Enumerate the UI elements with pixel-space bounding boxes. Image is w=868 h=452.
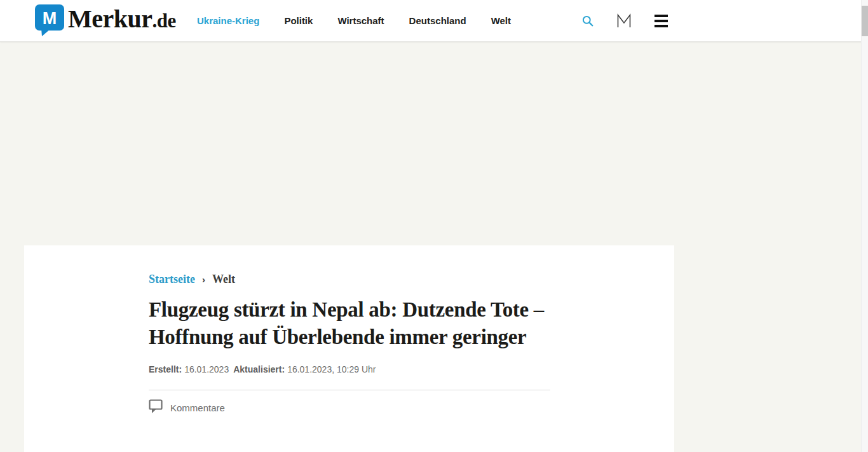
meta-created-value: 16.01.2023 [184,364,229,374]
article-card: Startseite › Welt Flugzeug stürzt in Nep… [24,245,674,452]
breadcrumb: Startseite › Welt [149,273,555,286]
breadcrumb-home-link[interactable]: Startseite [149,273,195,286]
breadcrumb-chevron-icon: › [202,274,205,285]
divider [149,390,550,390]
article-headline: Flugzeug stürzt in Nepal ab: Dutzende To… [149,296,555,351]
comments-label: Kommentare [170,402,225,413]
merkur-logo-icon: M [35,4,64,39]
site-header: M Merkur.de Ukraine-Krieg Politik Wirtsc… [0,0,868,42]
comments-link[interactable]: Kommentare [149,399,555,416]
page: M Merkur.de Ukraine-Krieg Politik Wirtsc… [0,0,868,452]
comment-bubble-icon [149,399,163,416]
menu-icon[interactable] [654,15,668,27]
nav-item-politik[interactable]: Politik [284,15,313,26]
scrollbar-thumb[interactable] [862,6,868,36]
meta-created-label: Erstellt: [149,364,182,374]
nav-item-wirtschaft[interactable]: Wirtschaft [337,15,384,26]
site-logo[interactable]: M Merkur.de [35,4,176,39]
nav-item-welt[interactable]: Welt [491,15,511,26]
logo-m-letter: M [43,9,57,28]
nav-item-deutschland[interactable]: Deutschland [409,15,466,26]
breadcrumb-section: Welt [212,273,235,286]
main-nav: Ukraine-Krieg Politik Wirtschaft Deutsch… [197,0,511,41]
ad-placeholder [0,42,868,245]
meta-updated-value: 16.01.2023, 10:29 Uhr [287,364,376,374]
article-content: Startseite › Welt Flugzeug stürzt in Nep… [24,245,555,416]
header-icons [582,0,668,41]
logo-wordmark: Merkur.de [68,4,176,36]
search-icon[interactable] [582,15,593,27]
nav-item-ukraine-krieg[interactable]: Ukraine-Krieg [197,15,259,26]
meta-updated-label: Aktualisiert: [233,364,285,374]
account-m-icon[interactable] [616,13,632,29]
article-meta: Erstellt:16.01.2023Aktualisiert:16.01.20… [149,364,555,374]
scrollbar[interactable] [861,0,868,452]
